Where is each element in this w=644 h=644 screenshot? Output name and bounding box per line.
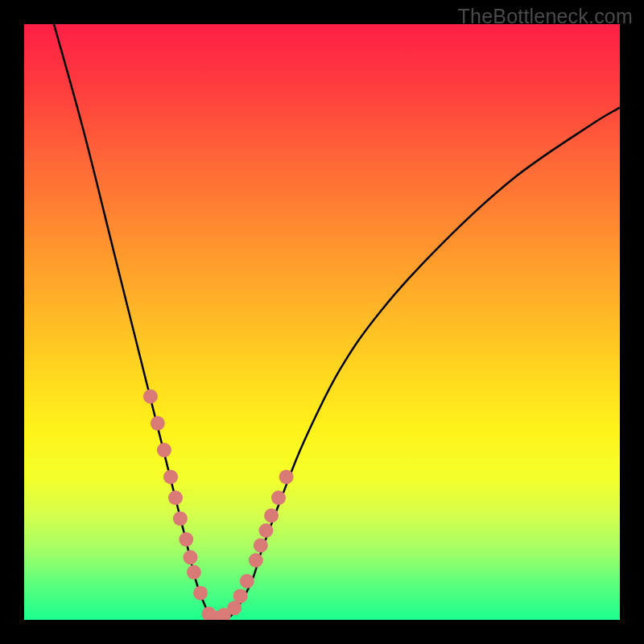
bottleneck-curve bbox=[54, 24, 620, 620]
watermark-text: TheBottleneck.com bbox=[458, 5, 633, 28]
data-point-marker bbox=[157, 443, 171, 457]
data-point-marker bbox=[183, 550, 197, 564]
data-point-marker bbox=[168, 490, 183, 505]
data-point-marker bbox=[187, 565, 201, 580]
data-point-marker bbox=[258, 523, 273, 538]
plot-area bbox=[24, 24, 620, 620]
data-point-marker bbox=[240, 574, 254, 588]
data-point-marker bbox=[233, 588, 248, 603]
chart-overlay bbox=[24, 24, 620, 620]
data-point-marker bbox=[193, 586, 208, 601]
data-point-marker bbox=[151, 416, 165, 431]
chart-frame: TheBottleneck.com bbox=[0, 0, 644, 644]
data-point-marker bbox=[249, 553, 263, 568]
data-point-marker bbox=[143, 390, 158, 404]
data-point-marker bbox=[279, 469, 294, 484]
data-point-marker bbox=[163, 469, 178, 484]
data-point-marker bbox=[264, 509, 279, 523]
data-point-marker bbox=[254, 539, 268, 553]
data-point-marker bbox=[179, 532, 193, 547]
data-point-marker bbox=[173, 511, 188, 526]
data-point-marker bbox=[271, 490, 286, 505]
marker-group bbox=[143, 390, 294, 621]
